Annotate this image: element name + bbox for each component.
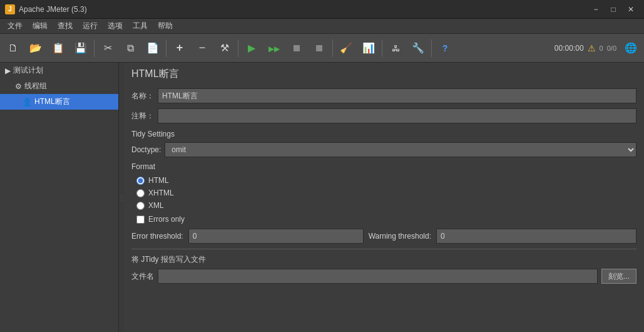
menu-bar: 文件 编辑 查找 运行 选项 工具 帮助 <box>0 19 644 34</box>
open-icon <box>29 42 42 54</box>
error-threshold-label: Error threshold: <box>131 232 183 241</box>
globe-icon <box>625 42 637 54</box>
errors-only-label[interactable]: Errors only <box>148 215 185 224</box>
warning-threshold-label: Warning threshold: <box>369 232 431 241</box>
menu-edit[interactable]: 编辑 <box>28 19 53 33</box>
minimize-button[interactable]: − <box>588 3 604 16</box>
doctype-select[interactable]: omit auto strict loose taglib <box>165 142 636 157</box>
tools-button[interactable] <box>407 38 429 59</box>
start-icon <box>248 42 255 54</box>
format-xhtml-radio[interactable] <box>136 189 145 197</box>
format-label: Format <box>131 162 636 171</box>
start-no-pause-button[interactable] <box>263 38 285 59</box>
sidebar-item-html-assertion[interactable]: 👤 HTML断言 <box>0 94 118 110</box>
warn-count: 0 <box>600 44 603 52</box>
browse-button[interactable]: 刻览... <box>601 269 636 284</box>
toolbar: 00:00:00 0 0/0 <box>0 34 644 63</box>
menu-help[interactable]: 帮助 <box>153 19 178 33</box>
toolbar-separator-1 <box>94 39 95 57</box>
file-row: 文件名 刻览... <box>131 269 636 284</box>
format-xhtml-row: XHTML <box>136 189 636 197</box>
title-bar: J Apache JMeter (5.3) − □ ✕ <box>0 0 644 19</box>
format-section: Format HTML XHTML XML <box>131 162 636 210</box>
file-input[interactable] <box>158 269 598 284</box>
sidebar-item-thread-group[interactable]: ⚙ 线程组 <box>0 78 118 94</box>
doctype-label: Doctype: <box>131 145 161 154</box>
name-input[interactable] <box>158 88 636 103</box>
file-label: 文件名 <box>131 271 154 282</box>
stop-now-button[interactable] <box>309 38 330 59</box>
html-assertion-icon: 👤 <box>23 98 32 106</box>
new-button[interactable] <box>3 38 24 59</box>
warn-icon <box>588 43 596 53</box>
remove-button[interactable] <box>192 38 213 59</box>
stop-button[interactable] <box>286 38 307 59</box>
paste-icon <box>146 42 159 54</box>
content-area: HTML断言 名称： 注释： Tidy Settings Doctype: om… <box>124 63 644 332</box>
menu-tools[interactable]: 工具 <box>128 19 153 33</box>
format-xml-row: XML <box>136 201 636 210</box>
format-xml-label[interactable]: XML <box>148 201 164 210</box>
cut-icon <box>104 42 112 54</box>
help-button[interactable] <box>434 38 456 59</box>
format-html-row: HTML <box>136 176 636 185</box>
toolbar-separator-3 <box>238 39 238 57</box>
toolbar-separator-6 <box>431 39 432 57</box>
format-xhtml-label[interactable]: XHTML <box>148 189 174 197</box>
globe-button[interactable] <box>620 38 641 59</box>
menu-options[interactable]: 选项 <box>103 19 128 33</box>
add-icon <box>176 41 183 54</box>
threshold-row: Error threshold: Warning threshold: <box>131 229 636 244</box>
format-xml-radio[interactable] <box>136 202 145 210</box>
jtidy-section: 将 JTidy 报告写入文件 文件名 刻览... <box>131 249 636 284</box>
browse-results-button[interactable] <box>358 38 379 59</box>
test-plan-icon: ▶ <box>5 66 11 75</box>
menu-file[interactable]: 文件 <box>3 19 28 33</box>
sidebar-item-test-plan[interactable]: ▶ 测试计划 <box>0 63 118 78</box>
paste-button[interactable] <box>142 38 163 59</box>
name-row: 名称： <box>131 88 636 103</box>
save-button[interactable] <box>70 38 91 59</box>
browse-results-icon <box>362 42 375 54</box>
errors-only-row: Errors only <box>136 215 636 224</box>
start-no-pause-icon <box>268 43 280 54</box>
open-button[interactable] <box>25 38 46 59</box>
comment-input[interactable] <box>158 108 636 123</box>
maximize-button[interactable]: □ <box>605 3 621 16</box>
remote-icon <box>392 43 400 54</box>
toggle-button[interactable] <box>214 38 235 59</box>
errors-only-checkbox[interactable] <box>136 215 145 224</box>
menu-run[interactable]: 运行 <box>78 19 103 33</box>
elapsed-time: 00:00:00 <box>555 44 584 53</box>
save-icon <box>74 42 87 54</box>
tidy-settings-title: Tidy Settings <box>131 130 636 138</box>
format-html-radio[interactable] <box>136 177 145 185</box>
clear-icon <box>340 42 352 54</box>
menu-search[interactable]: 查找 <box>53 19 78 33</box>
add-button[interactable] <box>169 38 190 59</box>
toggle-icon <box>220 42 229 54</box>
start-button[interactable] <box>241 38 262 59</box>
remove-icon <box>199 41 206 54</box>
clear-button[interactable] <box>335 38 357 59</box>
cut-button[interactable] <box>97 38 118 59</box>
close-button[interactable]: ✕ <box>623 3 639 16</box>
sidebar-item-test-plan-label: 测试计划 <box>13 65 43 76</box>
save-template-button[interactable] <box>48 38 69 59</box>
tools-icon <box>412 42 424 54</box>
warning-threshold-input[interactable] <box>436 229 636 244</box>
doctype-row: Doctype: omit auto strict loose taglib <box>131 142 636 157</box>
sidebar-item-thread-group-label: 线程组 <box>24 81 47 91</box>
window-controls: − □ ✕ <box>588 3 639 16</box>
sidebar-item-html-assertion-label: HTML断言 <box>34 96 70 107</box>
copy-icon <box>127 43 134 54</box>
copy-button[interactable] <box>120 38 141 59</box>
app-icon: J <box>5 4 15 14</box>
collapse-handle[interactable]: ⋮ <box>119 63 124 332</box>
jtidy-title: 将 JTidy 报告写入文件 <box>131 254 636 265</box>
remote-button[interactable] <box>385 38 406 59</box>
format-html-label[interactable]: HTML <box>148 176 169 185</box>
error-threshold-input[interactable] <box>188 229 364 244</box>
toolbar-status: 00:00:00 0 0/0 <box>555 38 641 59</box>
toolbar-separator-5 <box>382 39 382 57</box>
